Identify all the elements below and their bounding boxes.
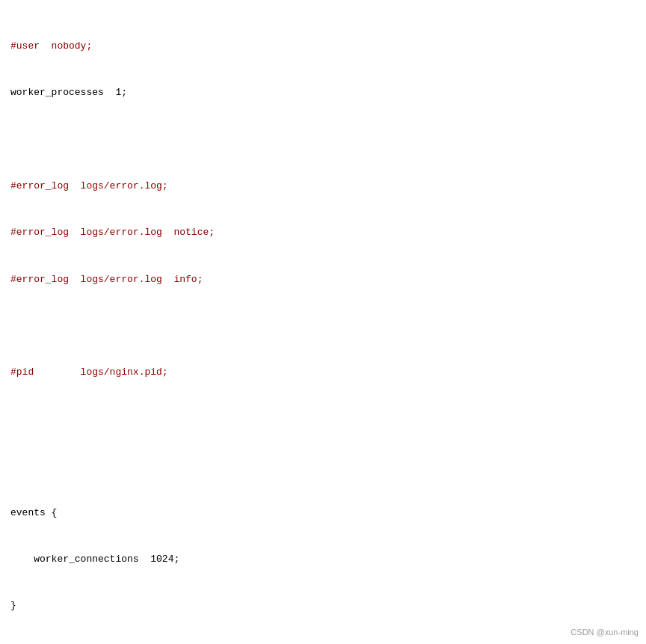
code-text: events { [10,507,57,518]
code-text: #error_log logs/error.log notice; [10,227,215,238]
code-line [10,412,636,428]
code-text: #pid logs/nginx.pid; [10,367,168,378]
code-line [10,132,636,147]
code-text: #user nobody; [10,40,92,52]
code-editor: #user nobody; worker_processes 1; #error… [0,0,646,644]
code-text: #error_log logs/error.log info; [10,274,203,285]
code-text: worker_connections 1024; [10,553,179,565]
code-text: } [10,600,16,611]
code-text: worker_processes 1; [10,87,127,98]
code-line: #error_log logs/error.log notice; [10,225,636,241]
code-line: worker_processes 1; [10,85,636,101]
code-line: worker_connections 1024; [10,552,636,568]
code-line: #user nobody; [10,39,636,55]
code-line [10,319,636,334]
code-line: } [10,598,636,614]
code-line: #error_log logs/error.log info; [10,272,636,288]
code-line: #error_log logs/error.log; [10,179,636,194]
code-line [10,459,636,474]
code-line: #pid logs/nginx.pid; [10,365,636,381]
watermark: CSDN @xun-ming [570,628,639,637]
code-line: events { [10,506,636,521]
code-text: #error_log logs/error.log; [10,180,168,191]
